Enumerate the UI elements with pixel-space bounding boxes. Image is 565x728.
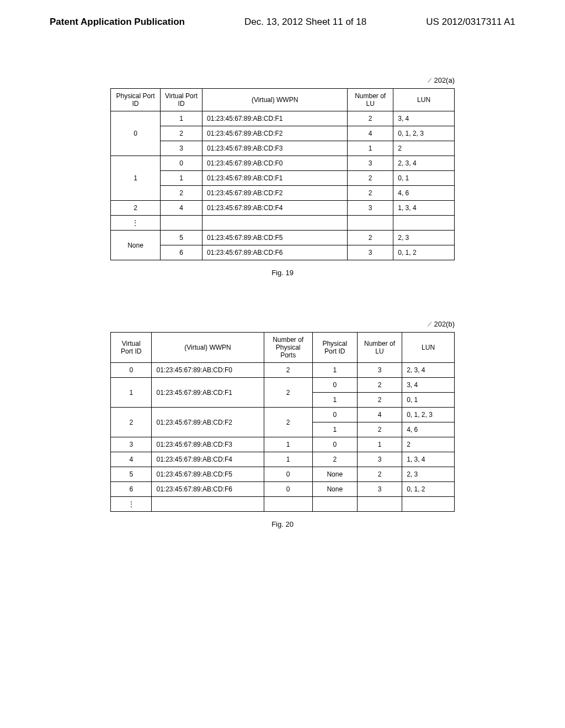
- cell-wwpn: 01:23:45:67:89:AB:CD:F2: [152, 408, 264, 437]
- cell-physical-port-id: 2: [312, 452, 357, 467]
- cell-number-physical-ports: 2: [264, 363, 312, 378]
- header-patent-number: US 2012/0317311 A1: [426, 17, 515, 28]
- table-row: 201:23:45:67:89:AB:CD:F240, 1, 2, 3: [111, 126, 455, 141]
- cell-virtual-port-id: 1: [111, 378, 152, 408]
- cell-lun: 2: [402, 437, 455, 452]
- th-virtual-port-id: Virtual Port ID: [160, 89, 202, 111]
- cell-physical-port-id: None: [111, 231, 161, 260]
- cell-physical-port-id: 0: [111, 111, 161, 156]
- cell-physical-port-id: 1: [312, 422, 357, 437]
- th-lun: LUN: [393, 89, 455, 111]
- table-row: 001:23:45:67:89:AB:CD:F02132, 3, 4: [111, 363, 455, 378]
- cell-number-of-lu: 2: [348, 231, 393, 245]
- th-physical-port-id: Physical Port ID: [111, 89, 161, 111]
- cell-lun: 3, 4: [402, 378, 455, 393]
- cell-number-of-lu: [357, 497, 402, 512]
- th-virtual-port-id-b: Virtual Port ID: [111, 333, 152, 363]
- cell-lun: 4, 6: [393, 186, 455, 201]
- table-row: 101:23:45:67:89:AB:CD:F12023, 4: [111, 378, 455, 393]
- cell-physical-port-id: 0: [312, 437, 357, 452]
- th-number-of-lu-b: Number of LU: [357, 333, 402, 363]
- cell-virtual-port-id: 3: [160, 141, 202, 156]
- cell-lun: 2: [393, 141, 455, 156]
- cell-virtual-port-id: [160, 216, 202, 231]
- table-row: ⋮: [111, 216, 455, 231]
- table-a-wrapper: ⟋202(a) Physical Port ID Virtual Port ID…: [110, 88, 455, 277]
- cell-wwpn: [202, 216, 348, 231]
- table-row: 201:23:45:67:89:AB:CD:F224, 6: [111, 186, 455, 201]
- cell-wwpn: [152, 497, 264, 512]
- table-a-header-row: Physical Port ID Virtual Port ID (Virtua…: [111, 89, 455, 111]
- table-row: 2401:23:45:67:89:AB:CD:F431, 3, 4: [111, 201, 455, 216]
- cell-virtual-port-id: 2: [111, 408, 152, 437]
- cell-physical-port-id: 1: [111, 156, 161, 201]
- cell-number-of-lu: 4: [348, 126, 393, 141]
- cell-virtual-port-id: 0: [160, 156, 202, 171]
- cell-number-of-lu: 3: [357, 482, 402, 497]
- th-number-physical-ports: Number of Physical Ports: [264, 333, 312, 363]
- cell-virtual-port-id: 4: [160, 201, 202, 216]
- table-row: 301:23:45:67:89:AB:CD:F312: [111, 141, 455, 156]
- cell-wwpn: 01:23:45:67:89:AB:CD:F3: [202, 141, 348, 156]
- table-row: 201:23:45:67:89:AB:CD:F22040, 1, 2, 3: [111, 408, 455, 422]
- cell-wwpn: 01:23:45:67:89:AB:CD:F4: [152, 452, 264, 467]
- fig-19-caption: Fig. 19: [110, 269, 455, 277]
- cell-number-of-lu: 3: [357, 452, 402, 467]
- cell-physical-port-id: 2: [111, 201, 161, 216]
- cell-lun: 2, 3, 4: [402, 363, 455, 378]
- cell-wwpn: 01:23:45:67:89:AB:CD:F6: [152, 482, 264, 497]
- main-content: ⟋202(a) Physical Port ID Virtual Port ID…: [0, 33, 565, 528]
- cell-number-of-lu: 2: [348, 111, 393, 126]
- cell-lun: 0, 1, 2, 3: [393, 126, 455, 141]
- cell-lun: 3, 4: [393, 111, 455, 126]
- cell-number-physical-ports: 1: [264, 437, 312, 452]
- table-b-wrapper: ⟋202(b) Virtual Port ID (Virtual) WWPN N…: [110, 332, 455, 528]
- cell-lun: 0, 1: [402, 393, 455, 408]
- cell-number-of-lu: 3: [348, 156, 393, 171]
- cell-wwpn: 01:23:45:67:89:AB:CD:F1: [152, 378, 264, 408]
- cell-number-of-lu: 2: [348, 186, 393, 201]
- th-lun-b: LUN: [402, 333, 455, 363]
- cell-wwpn: 01:23:45:67:89:AB:CD:F0: [202, 156, 348, 171]
- cell-number-physical-ports: 1: [264, 452, 312, 467]
- cell-number-of-lu: 1: [357, 437, 402, 452]
- cell-physical-port-id: None: [312, 467, 357, 482]
- table-row: ⋮: [111, 497, 455, 512]
- cell-number-physical-ports: [264, 497, 312, 512]
- table-row: 601:23:45:67:89:AB:CD:F630, 1, 2: [111, 245, 455, 260]
- cell-lun: 1, 3, 4: [402, 452, 455, 467]
- cell-number-of-lu: 2: [357, 422, 402, 437]
- table-b-header-row: Virtual Port ID (Virtual) WWPN Number of…: [111, 333, 455, 363]
- cell-lun: 0, 1: [393, 171, 455, 186]
- table-a: Physical Port ID Virtual Port ID (Virtua…: [110, 88, 455, 260]
- th-wwpn: (Virtual) WWPN: [202, 89, 348, 111]
- cell-wwpn: 01:23:45:67:89:AB:CD:F2: [202, 186, 348, 201]
- cell-lun: 4, 6: [402, 422, 455, 437]
- cell-wwpn: 01:23:45:67:89:AB:CD:F6: [202, 245, 348, 260]
- cell-physical-port-id: 0: [312, 408, 357, 422]
- cell-physical-port-id: 1: [312, 393, 357, 408]
- cell-wwpn: 01:23:45:67:89:AB:CD:F4: [202, 201, 348, 216]
- cell-virtual-port-id: 4: [111, 452, 152, 467]
- cell-virtual-port-id: 5: [160, 231, 202, 245]
- cell-virtual-port-id: 1: [160, 111, 202, 126]
- table-row: 101:23:45:67:89:AB:CD:F120, 1: [111, 171, 455, 186]
- ref-arrow-icon: ⟋: [425, 319, 433, 329]
- th-number-of-lu: Number of LU: [348, 89, 393, 111]
- cell-wwpn: 01:23:45:67:89:AB:CD:F5: [202, 231, 348, 245]
- table-b-ref-label: ⟋202(b): [425, 320, 455, 328]
- fig-20-caption: Fig. 20: [110, 520, 455, 528]
- cell-number-of-lu: 2: [357, 467, 402, 482]
- cell-number-of-lu: 2: [348, 171, 393, 186]
- table-row: 1001:23:45:67:89:AB:CD:F032, 3, 4: [111, 156, 455, 171]
- cell-number-of-lu: 4: [357, 408, 402, 422]
- th-physical-port-id-b: Physical Port ID: [312, 333, 357, 363]
- header-sheet-info: Dec. 13, 2012 Sheet 11 of 18: [244, 17, 366, 28]
- header-publication: Patent Application Publication: [50, 17, 185, 28]
- cell-number-of-lu: 3: [348, 245, 393, 260]
- cell-number-of-lu: [348, 216, 393, 231]
- cell-virtual-port-id: 6: [111, 482, 152, 497]
- table-row: 0101:23:45:67:89:AB:CD:F123, 4: [111, 111, 455, 126]
- table-row: 401:23:45:67:89:AB:CD:F41231, 3, 4: [111, 452, 455, 467]
- table-b-ref-text: 202(b): [434, 320, 455, 328]
